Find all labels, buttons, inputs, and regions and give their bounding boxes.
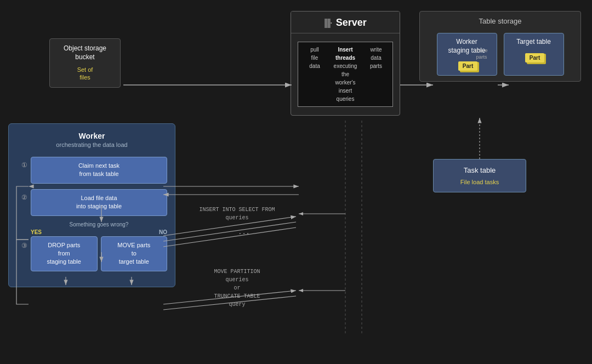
task-table-box: Task table File load tasks bbox=[433, 159, 526, 192]
insert-query-label: INSERT INTO SELECT FROM queries bbox=[173, 206, 301, 222]
server-box: ||||· Server pull file data Insert threa… bbox=[291, 11, 400, 116]
worker-title: Worker bbox=[16, 132, 167, 140]
target-part-tag: Part bbox=[525, 52, 544, 62]
move-parts-label: move parts bbox=[476, 48, 488, 60]
move-query-label: MOVE PARTITION queries or TRUNCATE TABLE… bbox=[173, 268, 301, 309]
object-storage-box: Object storage bucket Set of files bbox=[49, 38, 121, 88]
it-col-write: write data parts bbox=[362, 46, 390, 70]
server-header: ||||· Server bbox=[291, 12, 400, 33]
step2-btn: Load file data into staging table bbox=[31, 189, 167, 216]
staging-part-tag: Part bbox=[458, 60, 477, 71]
dots-label: ... bbox=[227, 228, 260, 237]
it-col-pull: pull file data bbox=[300, 46, 329, 70]
target-table-title: Target table bbox=[510, 38, 558, 47]
worker-subtitle: orchestrating the data load bbox=[16, 141, 167, 148]
insert-threads-box: pull file data Insert threads executing … bbox=[298, 42, 393, 107]
step1-btn: Claim next task from task table bbox=[31, 157, 167, 184]
staging-table-box: Worker staging table Part bbox=[437, 33, 497, 76]
step2-num: ② bbox=[16, 194, 27, 201]
task-table-title: Task table bbox=[439, 166, 520, 174]
object-storage-subtitle: Set of files bbox=[54, 66, 116, 82]
table-storage-title: Table storage bbox=[425, 17, 575, 25]
no-label: NO bbox=[159, 229, 167, 235]
move-parts-btn: MOVE parts to target table bbox=[101, 236, 168, 271]
server-icon: ||||· bbox=[324, 17, 332, 29]
yes-label: YES bbox=[31, 229, 45, 235]
step3-right: MOVE parts to target table bbox=[101, 236, 168, 271]
step1-num: ① bbox=[16, 161, 27, 169]
object-storage-title: Object storage bucket bbox=[54, 44, 116, 61]
task-table-subtitle: File load tasks bbox=[439, 179, 520, 185]
drop-parts-btn: DROP parts from staging table bbox=[31, 236, 98, 271]
it-col-executing: Insert threads executing the worker's in… bbox=[331, 46, 360, 103]
target-table-box: move parts Target table Part bbox=[504, 33, 564, 76]
step3-left: DROP parts from staging table bbox=[31, 236, 98, 271]
server-label: Server bbox=[336, 17, 367, 29]
step3-row: ③ DROP parts from staging table MOVE par… bbox=[16, 236, 167, 271]
storage-tables-row: Worker staging table Part move parts Tar… bbox=[425, 33, 575, 76]
something-wrong-label: Something goes wrong? bbox=[31, 221, 167, 228]
step3-num: ③ bbox=[16, 242, 27, 249]
worker-box: Worker orchestrating the data load ① Cla… bbox=[8, 123, 175, 287]
branch-labels: YES NO bbox=[31, 229, 167, 235]
table-storage-area: Table storage Worker staging table Part … bbox=[419, 11, 581, 82]
step1-row: ① Claim next task from task table bbox=[16, 157, 167, 184]
step2-row: ② Load file data into staging table bbox=[16, 189, 167, 216]
